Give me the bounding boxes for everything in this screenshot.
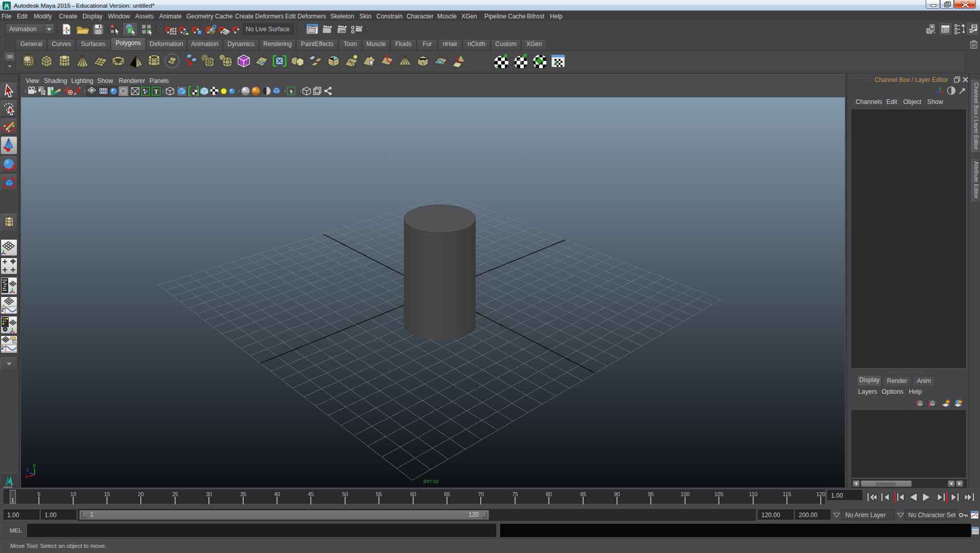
svg-text:T: T: [154, 88, 158, 95]
svg-text:persp: persp: [423, 479, 439, 484]
svg-text:z: z: [26, 467, 29, 473]
svg-text:x: x: [25, 474, 28, 480]
svg-text:y: y: [33, 463, 36, 469]
svg-text:IPR: IPR: [339, 30, 346, 33]
